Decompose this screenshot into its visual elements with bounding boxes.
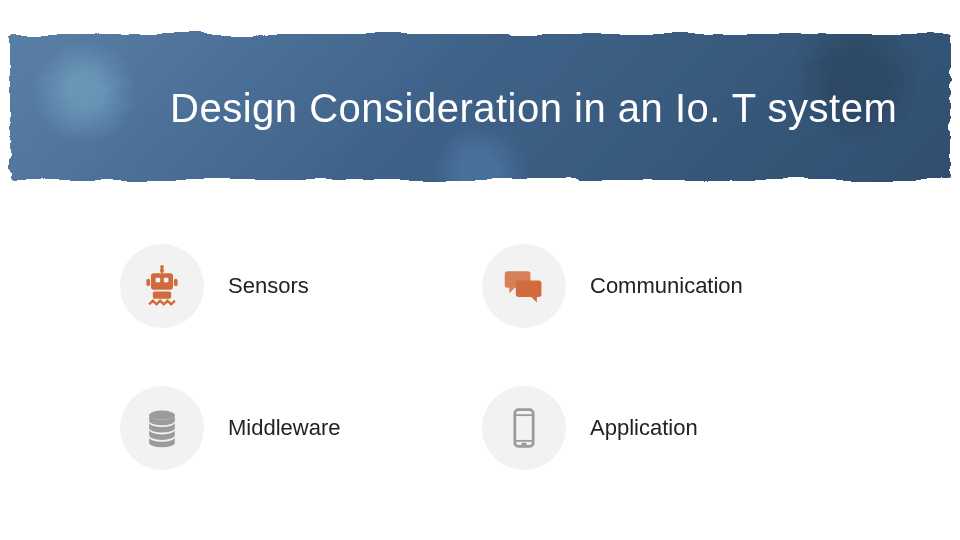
item-label: Communication [590, 273, 820, 299]
item-label: Middleware [228, 415, 458, 441]
svg-rect-2 [164, 278, 169, 283]
svg-rect-1 [156, 278, 161, 283]
svg-rect-5 [146, 279, 150, 286]
database-icon [140, 406, 184, 450]
svg-point-4 [160, 265, 164, 269]
robot-icon [140, 264, 184, 308]
svg-rect-7 [153, 292, 171, 299]
svg-rect-12 [521, 443, 527, 445]
slide-title: Design Consideration in an Io. T system [170, 86, 920, 131]
item-label: Application [590, 415, 820, 441]
item-icon-middleware [120, 386, 204, 470]
phone-icon [502, 406, 546, 450]
svg-rect-0 [151, 273, 173, 290]
item-icon-application [482, 386, 566, 470]
slide: Design Consideration in an Io. T system … [0, 0, 960, 540]
svg-point-8 [149, 411, 175, 420]
svg-rect-6 [174, 279, 178, 286]
item-label: Sensors [228, 273, 458, 299]
item-icon-sensors [120, 244, 204, 328]
chat-icon [502, 264, 546, 308]
items-grid: Sensors Communication Middleware [120, 244, 870, 500]
item-icon-communication [482, 244, 566, 328]
